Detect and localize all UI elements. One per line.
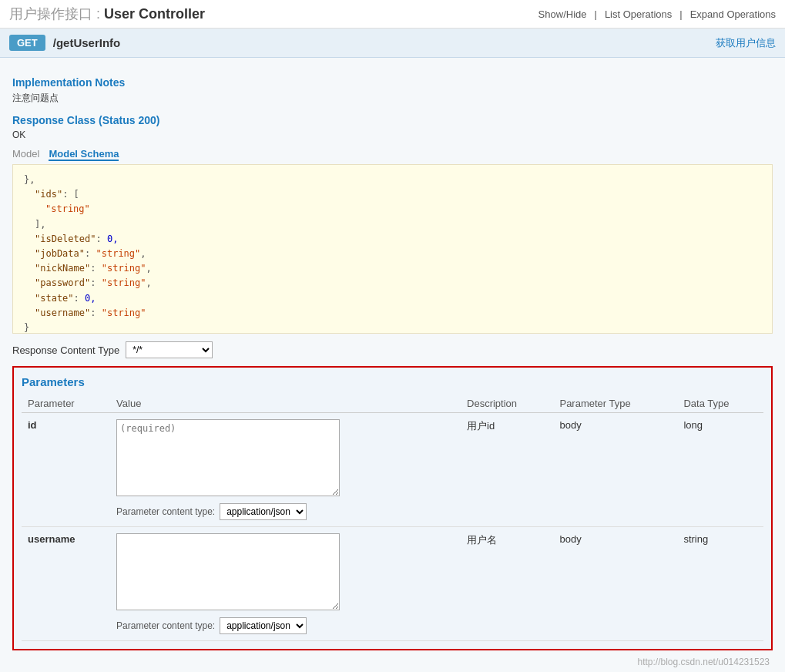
col-value: Value bbox=[110, 395, 461, 413]
param-content-type-select-username[interactable]: application/json text/plain bbox=[220, 617, 307, 634]
col-parameter: Parameter bbox=[22, 395, 110, 413]
list-operations-link[interactable]: List Operations bbox=[605, 8, 672, 20]
parameters-title: Parameters bbox=[22, 375, 763, 388]
param-content-type-select-id[interactable]: application/json text/plain bbox=[220, 503, 307, 520]
param-datatype-username: string bbox=[677, 527, 763, 641]
param-datatype-id: long bbox=[677, 413, 763, 527]
parameters-section: Parameters Parameter Value Description P… bbox=[12, 366, 773, 650]
table-row: username Parameter content type: applica… bbox=[22, 527, 763, 641]
http-method-badge: GET bbox=[9, 35, 45, 51]
implementation-notes-text: 注意问题点 bbox=[12, 92, 773, 105]
param-value-input-id[interactable]: <span class="param-required">(required)<… bbox=[116, 419, 340, 496]
col-data-type: Data Type bbox=[677, 395, 763, 413]
response-class-status: OK bbox=[12, 129, 773, 140]
code-block: }, "ids": [ "string" ], "isDeleted": 0, … bbox=[12, 164, 773, 334]
col-parameter-type: Parameter Type bbox=[553, 395, 677, 413]
param-content-type-label-username: Parameter content type: bbox=[116, 620, 215, 631]
implementation-notes-title: Implementation Notes bbox=[12, 76, 773, 89]
param-type-username: body bbox=[553, 527, 677, 641]
show-hide-link[interactable]: Show/Hide bbox=[538, 8, 587, 20]
top-bar-actions: Show/Hide | List Operations | Expand Ope… bbox=[538, 8, 776, 20]
expand-operations-link[interactable]: Expand Operations bbox=[690, 8, 776, 20]
response-content-type-label: Response Content Type bbox=[12, 344, 119, 356]
response-content-type-row: Response Content Type */* application/js… bbox=[12, 341, 773, 358]
tab-model[interactable]: Model bbox=[12, 148, 39, 161]
footer-url: http://blog.csdn.net/u014231523 bbox=[12, 657, 773, 667]
content-area: Implementation Notes 注意问题点 Response Clas… bbox=[0, 58, 785, 672]
tab-model-schema[interactable]: Model Schema bbox=[49, 148, 119, 161]
page-title: 用户操作接口 : User Controller bbox=[9, 5, 205, 23]
param-description-id: 用户id bbox=[461, 413, 553, 527]
param-name-username: username bbox=[28, 533, 75, 545]
col-description: Description bbox=[461, 395, 553, 413]
response-class-title: Response Class (Status 200) bbox=[12, 114, 773, 126]
title-separator: : bbox=[96, 6, 104, 22]
parameters-table: Parameter Value Description Parameter Ty… bbox=[22, 395, 763, 641]
param-description-username: 用户名 bbox=[461, 527, 553, 641]
title-en: User Controller bbox=[104, 6, 205, 22]
param-content-type-label-id: Parameter content type: bbox=[116, 506, 215, 517]
param-type-id: body bbox=[553, 413, 677, 527]
param-value-input-username[interactable] bbox=[116, 533, 340, 610]
title-cn: 用户操作接口 bbox=[9, 6, 92, 22]
top-bar: 用户操作接口 : User Controller Show/Hide | Lis… bbox=[0, 0, 785, 29]
param-name-id: id bbox=[28, 419, 37, 431]
endpoint-bar: GET /getUserInfo 获取用户信息 bbox=[0, 29, 785, 58]
table-row: id <span class="param-required">(require… bbox=[22, 413, 763, 527]
response-content-type-select[interactable]: */* application/json text/plain bbox=[126, 341, 213, 358]
model-tabs: Model Model Schema bbox=[12, 148, 773, 161]
endpoint-path: /getUserInfo bbox=[53, 36, 121, 49]
endpoint-description: 获取用户信息 bbox=[716, 36, 776, 50]
